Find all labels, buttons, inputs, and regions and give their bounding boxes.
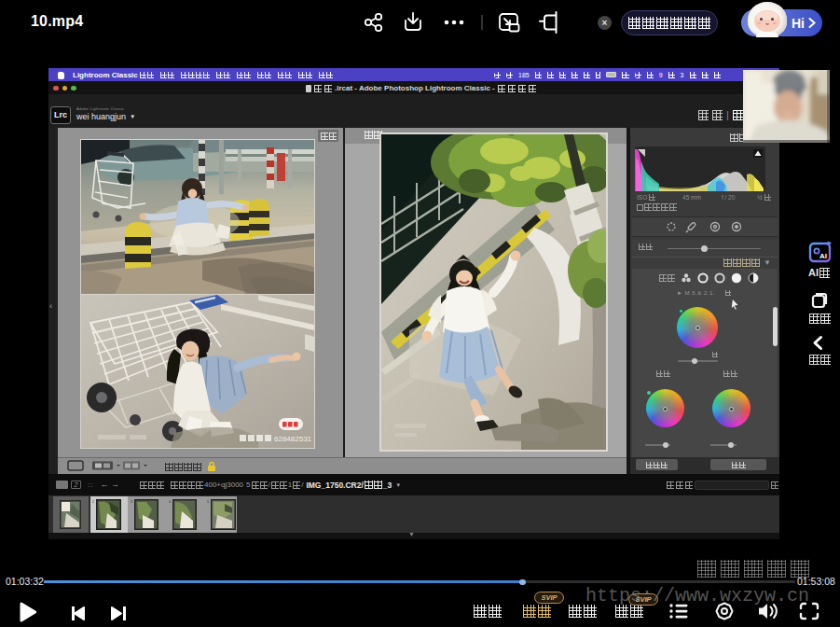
svg-text:AI: AI xyxy=(819,252,827,260)
svg-text:628482531: 628482531 xyxy=(274,435,312,443)
